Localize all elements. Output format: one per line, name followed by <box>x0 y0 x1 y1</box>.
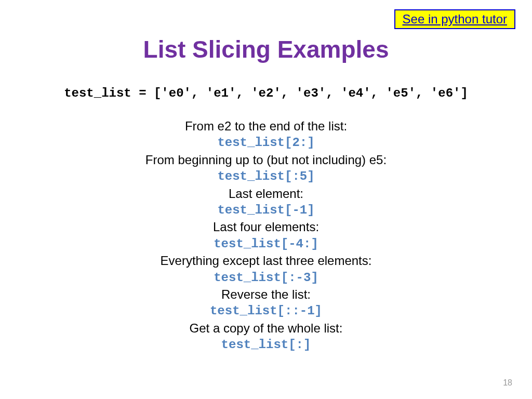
example-code: test_list[-1] <box>0 202 532 219</box>
examples-block: From e2 to the end of the list: test_lis… <box>0 118 532 353</box>
example-code: test_list[:-3] <box>0 270 532 286</box>
example-code: test_list[-4:] <box>0 236 532 252</box>
slide-title: List Slicing Examples <box>0 35 532 63</box>
example-desc: Last four elements: <box>0 219 532 235</box>
example-code: test_list[:] <box>0 337 532 353</box>
python-tutor-link[interactable]: See in python tutor <box>394 9 515 29</box>
list-declaration: test_list = ['e0', 'e1', 'e2', 'e3', 'e4… <box>0 86 532 100</box>
slide-content: test_list = ['e0', 'e1', 'e2', 'e3', 'e4… <box>0 86 532 353</box>
example-desc: Everything except last three elements: <box>0 252 532 269</box>
example-desc: From beginning up to (but not including)… <box>0 152 532 168</box>
example-desc: From e2 to the end of the list: <box>0 118 532 135</box>
example-desc: Last element: <box>0 185 532 202</box>
example-desc: Get a copy of the whole list: <box>0 320 532 337</box>
example-desc: Reverse the list: <box>0 286 532 303</box>
example-code: test_list[2:] <box>0 135 532 151</box>
example-code: test_list[:5] <box>0 168 532 185</box>
page-number: 18 <box>503 378 512 388</box>
example-code: test_list[::-1] <box>0 303 532 320</box>
